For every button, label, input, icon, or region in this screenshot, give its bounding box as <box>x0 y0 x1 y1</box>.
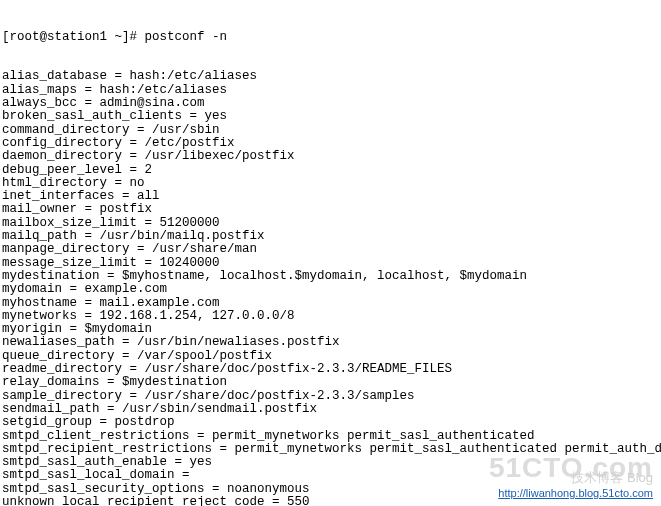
config-line: newaliases_path = /usr/bin/newaliases.po… <box>2 336 659 349</box>
config-line: inet_interfaces = all <box>2 190 659 203</box>
config-line: smtpd_sasl_auth_enable = yes <box>2 456 659 469</box>
config-line: mailbox_size_limit = 51200000 <box>2 217 659 230</box>
config-line: mail_owner = postfix <box>2 203 659 216</box>
config-line: smtpd_recipient_restrictions = permit_my… <box>2 443 659 456</box>
terminal-output: [root@station1 ~]# postconf -n alias_dat… <box>0 0 661 506</box>
config-line: config_directory = /etc/postfix <box>2 137 659 150</box>
config-line: message_size_limit = 10240000 <box>2 257 659 270</box>
config-line: html_directory = no <box>2 177 659 190</box>
config-line: readme_directory = /usr/share/doc/postfi… <box>2 363 659 376</box>
config-line: relay_domains = $mydestination <box>2 376 659 389</box>
config-line: always_bcc = admin@sina.com <box>2 97 659 110</box>
config-line: sendmail_path = /usr/sbin/sendmail.postf… <box>2 403 659 416</box>
config-line: alias_maps = hash:/etc/aliases <box>2 84 659 97</box>
config-line: daemon_directory = /usr/libexec/postfix <box>2 150 659 163</box>
config-line: broken_sasl_auth_clients = yes <box>2 110 659 123</box>
attribution-link[interactable]: http://liwanhong.blog.51cto.com <box>498 487 653 500</box>
config-line: queue_directory = /var/spool/postfix <box>2 350 659 363</box>
config-line: alias_database = hash:/etc/aliases <box>2 70 659 83</box>
config-line: smtpd_sasl_local_domain = <box>2 469 659 482</box>
config-line: command_directory = /usr/sbin <box>2 124 659 137</box>
prompt-line-top: [root@station1 ~]# postconf -n <box>2 31 659 44</box>
config-line: mydomain = example.com <box>2 283 659 296</box>
config-line: myorigin = $mydomain <box>2 323 659 336</box>
config-line: manpage_directory = /usr/share/man <box>2 243 659 256</box>
config-line: mydestination = $myhostname, localhost.$… <box>2 270 659 283</box>
config-line: myhostname = mail.example.com <box>2 297 659 310</box>
config-line: debug_peer_level = 2 <box>2 164 659 177</box>
config-line: setgid_group = postdrop <box>2 416 659 429</box>
config-line: mailq_path = /usr/bin/mailq.postfix <box>2 230 659 243</box>
config-line: smtpd_client_restrictions = permit_mynet… <box>2 430 659 443</box>
postconf-output: alias_database = hash:/etc/aliasesalias_… <box>2 70 659 506</box>
config-line: mynetworks = 192.168.1.254, 127.0.0.0/8 <box>2 310 659 323</box>
config-line: sample_directory = /usr/share/doc/postfi… <box>2 390 659 403</box>
